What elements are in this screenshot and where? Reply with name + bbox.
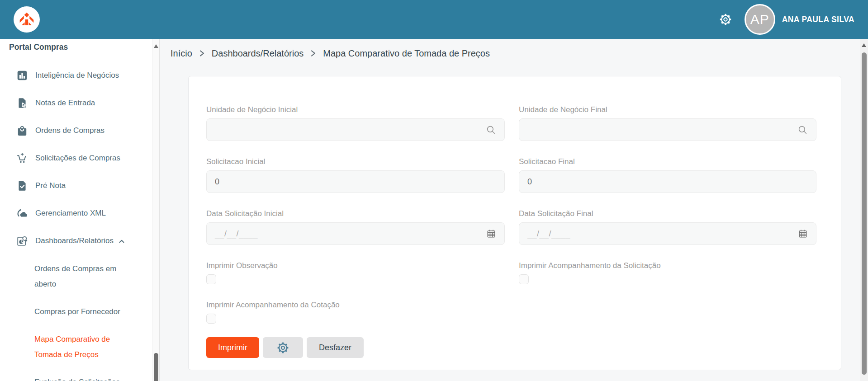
breadcrumb-dashboards[interactable]: Dashboards/Relatórios: [212, 48, 304, 59]
solicitacao-inicial-input[interactable]: 0: [206, 170, 505, 193]
cart-plus-icon: [16, 152, 28, 164]
sidebar-item-solicitacoes-de-compras[interactable]: Solicitações de Compras: [0, 144, 152, 172]
print-settings-button[interactable]: [263, 337, 303, 358]
chevron-right-icon: [199, 49, 204, 57]
shopping-bag-icon: [16, 125, 28, 136]
submenu-item-mapa-comparativo[interactable]: Mapa Comparativo de Tomada de Preços: [0, 332, 120, 362]
breadcrumb: Início Dashboards/Relatórios Mapa Compar…: [171, 39, 490, 68]
search-icon[interactable]: [797, 125, 808, 135]
unidade-negocio-final-input[interactable]: [519, 118, 816, 141]
sidebar-scrollbar[interactable]: [152, 39, 159, 381]
submenu-item-evolucao-solicitacoes[interactable]: Evolução de Solicitações: [0, 375, 120, 381]
breadcrumb-inicio[interactable]: Início: [171, 48, 192, 59]
imprimir-acompanhamento-solicitacao-checkbox[interactable]: [519, 274, 529, 284]
settings-gear-icon[interactable]: [718, 12, 733, 27]
sidebar: Portal Compras Inteligência de Negócios …: [0, 39, 160, 381]
data-solicitacao-inicial-input[interactable]: __/__/____: [206, 222, 505, 245]
sidebar-item-label: Gerenciamento XML: [35, 209, 106, 218]
sidebar-item-pre-nota[interactable]: Pré Nota: [0, 172, 152, 199]
sidebar-item-label: Dashboards/Relatórios: [35, 236, 114, 245]
filter-card: Unidade de Negócio Inicial Solicitacao I…: [188, 76, 841, 370]
field-label: Solicitacao Inicial: [206, 157, 505, 166]
field-label: Data Solicitação Inicial: [206, 209, 505, 218]
main-content: Início Dashboards/Relatórios Mapa Compar…: [160, 39, 860, 381]
sidebar-item-label: Ordens de Compras: [35, 126, 104, 135]
avatar[interactable]: AP: [745, 4, 775, 35]
field-label: Data Solicitação Final: [519, 209, 816, 218]
header-right: AP ANA PAULA SILVA: [718, 0, 854, 39]
scroll-up-arrow-icon[interactable]: [154, 44, 158, 48]
app-header: AP ANA PAULA SILVA: [0, 0, 868, 39]
dashboards-submenu: Ordens de Compras em aberto Compras por …: [0, 261, 152, 381]
solicitacao-final-input[interactable]: 0: [519, 170, 816, 193]
sidebar-item-ordens-de-compras[interactable]: Ordens de Compras: [0, 117, 152, 144]
field-label: Unidade de Negócio Final: [519, 105, 816, 114]
app-logo[interactable]: [14, 6, 40, 33]
document-arrow-icon: [16, 97, 28, 109]
sidebar-item-inteligencia-de-negocios[interactable]: Inteligência de Negócios: [0, 61, 152, 89]
desfazer-button[interactable]: Desfazer: [307, 337, 364, 358]
sidebar-item-label: Inteligência de Negócios: [35, 71, 119, 80]
submenu-item-compras-por-fornecedor[interactable]: Compras por Fornecedor: [0, 304, 120, 320]
form-left-column: Unidade de Negócio Inicial Solicitacao I…: [206, 105, 505, 358]
field-label: Imprimir Observação: [206, 261, 505, 270]
page-scrollbar[interactable]: [860, 39, 868, 381]
chevron-right-icon: [311, 49, 316, 57]
button-row: Imprimir Desfa: [206, 337, 505, 358]
calendar-icon[interactable]: [486, 229, 496, 239]
field-label: Imprimir Acompanhamento da Cotação: [206, 301, 505, 310]
field-label: Unidade de Negócio Inicial: [206, 105, 505, 114]
sidebar-item-label: Notas de Entrada: [35, 99, 95, 108]
imprimir-button[interactable]: Imprimir: [206, 337, 259, 358]
sidebar-item-notas-de-entrada[interactable]: Notas de Entrada: [0, 89, 152, 117]
sidebar-item-dashboards-relatorios[interactable]: Dashboards/Relatórios: [0, 227, 152, 254]
field-label: Imprimir Acompanhamento da Solicitação: [519, 261, 816, 270]
calendar-icon[interactable]: [798, 229, 808, 239]
search-icon[interactable]: [486, 125, 496, 135]
sidebar-item-gerenciamento-xml[interactable]: Gerenciamento XML: [0, 199, 152, 227]
form-right-column: Unidade de Negócio Final Solicitacao Fin…: [519, 105, 816, 358]
page-scrollbar-thumb[interactable]: [862, 52, 867, 375]
document-check-icon: [16, 180, 28, 192]
bar-chart-icon: [16, 70, 28, 81]
imprimir-observacao-checkbox[interactable]: [206, 274, 216, 284]
scroll-up-arrow-icon[interactable]: [862, 43, 866, 47]
sidebar-scrollbar-thumb[interactable]: [154, 353, 158, 381]
dashboard-search-icon: [16, 235, 28, 247]
sidebar-menu: Inteligência de Negócios Notas de Entrad…: [0, 61, 152, 381]
submenu-item-ordens-de-compras-em-aberto[interactable]: Ordens de Compras em aberto: [0, 261, 120, 292]
field-label: Solicitacao Final: [519, 157, 816, 166]
imprimir-acompanhamento-cotacao-checkbox[interactable]: [206, 314, 216, 324]
breadcrumb-mapa-comparativo: Mapa Comparativo de Tomada de Preços: [323, 48, 490, 59]
sidebar-item-label: Pré Nota: [35, 181, 66, 190]
sidebar-title: Portal Compras: [9, 42, 68, 52]
data-solicitacao-final-input[interactable]: __/__/____: [519, 222, 816, 245]
user-name: ANA PAULA SILVA: [782, 15, 854, 24]
cloud-sync-icon: [16, 207, 28, 219]
sidebar-item-label: Solicitações de Compras: [35, 154, 120, 163]
unidade-negocio-inicial-input[interactable]: [206, 118, 505, 141]
logo-emblem-icon: [19, 11, 35, 28]
chevron-up-icon: [118, 237, 126, 245]
gear-icon: [276, 341, 290, 355]
avatar-initials: AP: [750, 12, 769, 27]
